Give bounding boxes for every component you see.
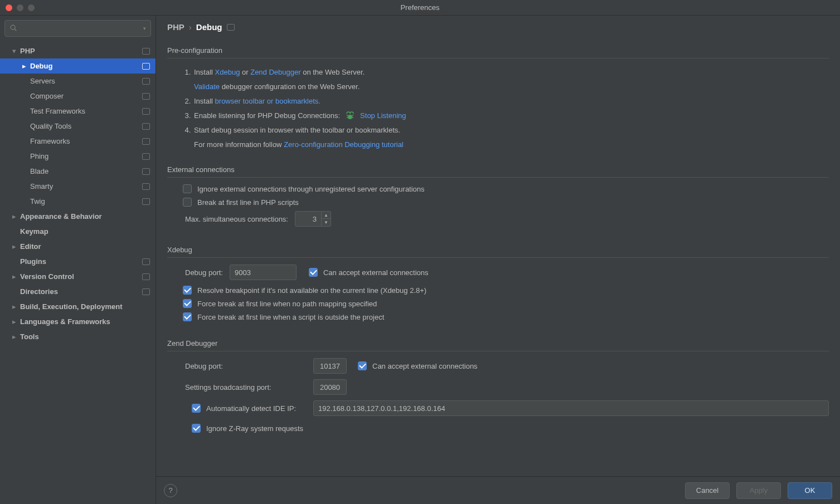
divider [167, 58, 829, 58]
tree-item-plugins[interactable]: Plugins [0, 254, 156, 269]
validate-link[interactable]: Validate [194, 82, 220, 91]
main-panel: PHP › Debug Pre-configuration Install Xd… [156, 16, 840, 504]
project-scope-icon [142, 63, 150, 70]
tree-item-version-control[interactable]: ▸Version Control [0, 269, 156, 284]
project-scope-icon[interactable] [227, 24, 235, 31]
tree-item-label: Twig [30, 197, 45, 205]
max-connections-input[interactable] [295, 211, 322, 227]
search-icon [9, 24, 17, 33]
zoom-window-button[interactable] [28, 4, 35, 11]
tree-item-twig[interactable]: Twig [0, 194, 156, 209]
sidebar: ▾ ▾PHP▸Debug Servers Composer Test Frame… [0, 16, 156, 504]
project-scope-icon [142, 153, 150, 160]
tree-item-label: Blade [30, 167, 48, 175]
chevron-icon [20, 137, 28, 145]
tree-item-editor[interactable]: ▸Editor [0, 239, 156, 254]
tree-item-label: Quality Tools [30, 122, 71, 130]
xdebug-accept-external-checkbox[interactable] [309, 268, 318, 277]
tree-item-label: Servers [30, 77, 55, 85]
tree-item-keymap[interactable]: Keymap [0, 224, 156, 239]
breadcrumb-root[interactable]: PHP [167, 22, 184, 32]
close-window-button[interactable] [6, 4, 12, 11]
zend-port-input[interactable] [313, 358, 347, 374]
project-scope-icon [142, 273, 150, 280]
zend-debugger-link[interactable]: Zend Debugger [250, 68, 300, 76]
ok-button[interactable]: OK [788, 482, 832, 499]
max-connections-spinner[interactable]: ▲ ▼ [295, 211, 331, 227]
chevron-icon [20, 182, 28, 190]
tree-item-label: Appearance & Behavior [20, 212, 102, 221]
xdebug-port-input[interactable] [230, 265, 297, 280]
divider [167, 177, 829, 178]
settings-tree[interactable]: ▾PHP▸Debug Servers Composer Test Framewo… [0, 41, 156, 504]
preconfiguration-list: Install Xdebug or Zend Debugger on the W… [167, 65, 829, 152]
spinner-up-icon[interactable]: ▲ [322, 212, 331, 219]
tree-item-smarty[interactable]: Smarty [0, 179, 156, 194]
content: ▾ ▾PHP▸Debug Servers Composer Test Frame… [0, 16, 840, 504]
zero-config-tutorial-link[interactable]: Zero-configuration Debugging tutorial [284, 140, 404, 149]
tree-item-tools[interactable]: ▸Tools [0, 329, 156, 344]
zend-accept-external-checkbox[interactable] [358, 361, 367, 370]
xdebug-resolve-breakpoint-checkbox[interactable] [183, 286, 192, 295]
minimize-window-button[interactable] [17, 4, 23, 11]
tree-item-label: Keymap [20, 227, 48, 236]
tree-item-build-execution-deployment[interactable]: ▸Build, Execution, Deployment [0, 299, 156, 314]
browser-toolbar-link[interactable]: browser toolbar or bookmarklets. [215, 97, 321, 105]
xdebug-force-break-outside-checkbox[interactable] [183, 312, 192, 321]
zend-ip-input[interactable] [313, 400, 829, 416]
apply-button[interactable]: Apply [736, 482, 781, 499]
tree-item-appearance-behavior[interactable]: ▸Appearance & Behavior [0, 209, 156, 224]
tree-item-frameworks[interactable]: Frameworks [0, 134, 156, 149]
preconf-step-4-sub: For more information follow Zero-configu… [194, 138, 829, 152]
tree-item-debug[interactable]: ▸Debug [0, 58, 156, 74]
svg-point-0 [11, 25, 15, 30]
tree-item-test-frameworks[interactable]: Test Frameworks [0, 104, 156, 119]
external-connections-block: Ignore external connections through unre… [167, 184, 829, 227]
search-wrap: ▾ [0, 16, 156, 41]
search-box[interactable]: ▾ [4, 20, 151, 37]
window-title: Preferences [400, 3, 439, 12]
chevron-icon: ▾ [10, 47, 18, 55]
tree-item-servers[interactable]: Servers [0, 74, 156, 89]
tree-item-quality-tools[interactable]: Quality Tools [0, 119, 156, 134]
chevron-icon: ▸ [10, 302, 18, 311]
spinner-down-icon[interactable]: ▼ [322, 219, 331, 226]
divider [167, 257, 829, 258]
tree-item-label: Plugins [20, 257, 46, 266]
tree-item-php[interactable]: ▾PHP [0, 43, 156, 58]
tree-item-composer[interactable]: Composer [0, 89, 156, 104]
zend-bcast-input[interactable] [313, 379, 347, 395]
tree-item-languages-frameworks[interactable]: ▸Languages & Frameworks [0, 314, 156, 329]
xdebug-force-break-nopath-checkbox[interactable] [183, 299, 192, 308]
stop-listening-link[interactable]: Stop Listening [360, 109, 406, 123]
search-input[interactable] [21, 25, 140, 33]
chevron-icon [20, 77, 28, 85]
xdebug-force-break-nopath-label: Force break at first line when no path m… [197, 300, 377, 308]
xdebug-accept-external-label: Can accept external connections [323, 268, 429, 277]
break-first-line-checkbox[interactable] [183, 198, 192, 207]
xdebug-resolve-breakpoint-label: Resolve breakpoint if it's not available… [197, 286, 426, 295]
help-button[interactable]: ? [164, 484, 177, 497]
tree-item-label: Smarty [30, 182, 53, 190]
preconf-step-4: Start debug session in browser with the … [193, 123, 829, 152]
zend-autodetect-ip-checkbox[interactable] [192, 404, 201, 413]
tree-item-label: Test Frameworks [30, 107, 85, 115]
section-xdebug-title: Xdebug [167, 246, 829, 254]
chevron-icon: ▸ [20, 62, 28, 70]
tree-item-label: Tools [20, 332, 39, 341]
xdebug-link[interactable]: Xdebug [215, 68, 240, 76]
tree-item-directories[interactable]: Directories [0, 284, 156, 299]
chevron-icon [10, 287, 18, 296]
zend-block: Debug port: Can accept external connecti… [167, 358, 829, 437]
dropdown-icon[interactable]: ▾ [143, 26, 146, 31]
zend-ignore-zray-checkbox[interactable] [192, 424, 201, 433]
titlebar: Preferences [0, 0, 840, 16]
ignore-external-checkbox[interactable] [183, 184, 192, 193]
chevron-icon: ▸ [10, 212, 18, 221]
max-connections-label: Max. simultaneous connections: [185, 215, 288, 223]
cancel-button[interactable]: Cancel [685, 482, 730, 499]
tree-item-phing[interactable]: Phing [0, 149, 156, 164]
dialog-footer: ? Cancel Apply OK [156, 476, 840, 504]
tree-item-blade[interactable]: Blade [0, 164, 156, 179]
xdebug-port-label: Debug port: [185, 268, 223, 277]
